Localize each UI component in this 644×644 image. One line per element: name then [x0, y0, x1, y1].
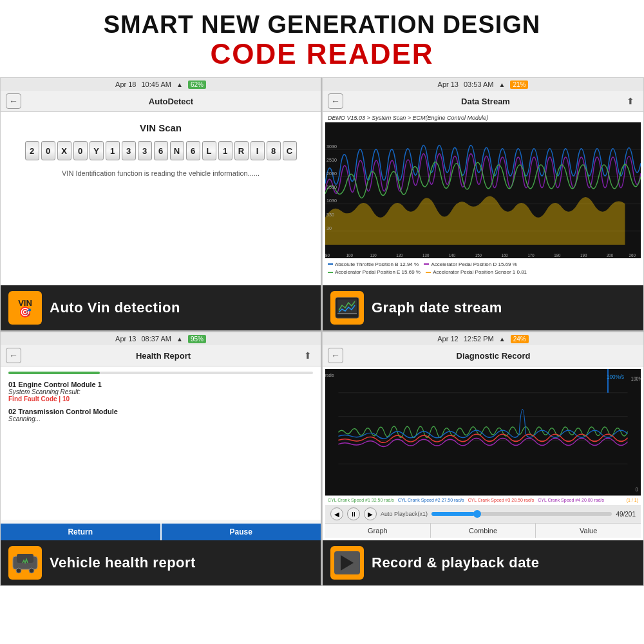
status-date-vin: Apr 18 [115, 80, 136, 88]
health-feature-text: Vehicle health report [50, 554, 196, 571]
diagnostic-chart: 100% 0 100%/s [325, 369, 641, 496]
panel-data-stream: Apr 13 03:53 AM ▲ 21% ← Data Stream ⬆ DE… [322, 77, 644, 332]
health-item-1-title: 01 Engine Control Module 1 [8, 381, 313, 388]
pause-button[interactable]: Pause [162, 524, 321, 540]
status-bar-diag: Apr 12 12:52 PM ▲ 24% [323, 332, 643, 345]
svg-text:260: 260 [629, 253, 636, 258]
vin-icon-text: VIN 🎯 [18, 299, 32, 317]
vin-char: 8 [267, 141, 281, 160]
health-item-2-title: 02 Transmission Control Module [8, 408, 313, 415]
battery-health: 95% [188, 335, 206, 343]
legend-item-4: Accelerator Pedal Position Sensor 1 0.81 [426, 269, 527, 276]
svg-text:120: 120 [396, 253, 403, 258]
status-time-ds: 03:53 AM [464, 80, 493, 88]
back-button-health[interactable]: ← [6, 348, 21, 363]
vin-char: 6 [154, 141, 168, 160]
vin-char: C [283, 141, 297, 160]
prev-button[interactable]: ◀ [330, 507, 343, 520]
svg-point-31 [29, 568, 34, 573]
back-button-diag[interactable]: ← [328, 348, 343, 363]
svg-text:140: 140 [449, 253, 456, 258]
diag-feature-text: Record & playback date [372, 554, 539, 571]
vin-scan-area: VIN Scan 20X0Y1336N6L1RI8C VIN Identific… [1, 112, 321, 187]
diag-panel-content: 100% 0 100%/s [323, 366, 643, 540]
health-feature-icon [8, 546, 42, 580]
svg-rect-32 [325, 369, 641, 496]
app-bar-vin: ← AutoDetect [1, 91, 321, 112]
back-button-vin[interactable]: ← [6, 93, 21, 109]
health-content-area: 01 Engine Control Module 1 System Scanni… [1, 366, 321, 520]
svg-text:190: 190 [580, 253, 587, 258]
back-button-ds[interactable]: ← [328, 93, 343, 109]
health-panel-content: 01 Engine Control Module 1 System Scanni… [1, 366, 321, 520]
vin-scan-title: VIN Scan [140, 122, 182, 133]
legend-item-2: Accelerator Pedal Position D 15.69 % [424, 261, 516, 268]
health-item-1-fault: Find Fault Code | 10 [8, 395, 313, 402]
battery-vin: 62% [188, 80, 206, 89]
svg-text:1530: 1530 [327, 184, 337, 190]
health-progress-fill [8, 372, 100, 374]
svg-point-30 [16, 568, 21, 573]
svg-text:0: 0 [636, 487, 639, 493]
tab-value[interactable]: Value [536, 524, 641, 538]
battery-diag: 24% [511, 335, 529, 343]
diag-pagination: (1 / 1) [627, 497, 638, 504]
svg-text:200: 200 [607, 253, 614, 258]
svg-text:30: 30 [327, 225, 332, 231]
diag-legend: CYL Crank Speed #1 32.50 rad/s CYL Crank… [325, 496, 641, 506]
next-button[interactable]: ▶ [364, 507, 377, 520]
playback-label: Auto Playback(x1) [381, 511, 428, 517]
svg-text:100%: 100% [631, 376, 641, 383]
health-progress-bar [8, 372, 313, 374]
status-date-ds: Apr 13 [438, 80, 459, 88]
svg-text:530: 530 [327, 212, 334, 218]
feature-bar-diag: Record & playback date [323, 540, 643, 585]
diag-legend-2: CYL Crank Speed #2 27.50 rad/s [398, 498, 464, 502]
diag-progress-bar[interactable] [431, 512, 612, 516]
car-health-icon [12, 551, 38, 574]
wifi-icon-diag: ▲ [499, 336, 506, 343]
health-item-1-sub: System Scanning Result: [8, 388, 313, 395]
diag-counter: 49/201 [616, 511, 636, 518]
play-icon [341, 555, 354, 571]
vin-char: 3 [122, 141, 136, 160]
vin-char: X [57, 141, 71, 160]
vin-char: 6 [186, 141, 200, 160]
legend-label-1: Absolute Throttle Position B 12.94 % [335, 261, 419, 268]
legend-label-2: Accelerator Pedal Position D 15.69 % [431, 261, 516, 268]
tab-combine[interactable]: Combine [431, 524, 536, 538]
ds-content-area: DEMO V15.03 > System Scan > ECM(Engine C… [323, 112, 643, 285]
status-time-diag: 12:52 PM [464, 335, 494, 343]
status-bar-health: Apr 13 08:37 AM ▲ 95% [1, 332, 321, 345]
diag-feature-icon [330, 546, 364, 580]
battery-ds: 21% [510, 80, 528, 89]
app-bar-ds: ← Data Stream ⬆ [323, 91, 643, 112]
status-date-health: Apr 13 [115, 335, 136, 343]
legend-label-4: Accelerator Pedal Position Sensor 1 0.81 [433, 269, 527, 276]
vin-char: 3 [138, 141, 152, 160]
svg-text:170: 170 [527, 253, 535, 258]
export-icon-health[interactable]: ⬆ [300, 348, 316, 363]
vin-char: R [234, 141, 249, 160]
vin-char: N [170, 141, 184, 160]
ds-feature-icon [330, 291, 364, 325]
app-title-ds: Data Stream [348, 97, 623, 106]
export-icon-ds[interactable]: ⬆ [623, 93, 638, 109]
health-action-bar: Return Pause [1, 524, 321, 540]
pause-button-diag[interactable]: ⏸ [347, 507, 360, 520]
vin-char: L [202, 141, 216, 160]
svg-text:2030: 2030 [327, 171, 337, 176]
vin-char: Y [90, 141, 104, 160]
tab-graph[interactable]: Graph [325, 524, 431, 538]
header: SMART NEW GENERATION DESIGN CODE READER [0, 0, 644, 77]
legend-item-3: Accelerator Pedal Position E 15.69 % [328, 269, 421, 276]
svg-text:80: 80 [325, 253, 330, 258]
vin-char: 0 [41, 141, 55, 160]
diag-chart-area: 100% 0 100%/s [325, 369, 641, 496]
diag-legend-3: CYL Crank Speed #3 28.50 rad/s [468, 498, 534, 502]
return-button[interactable]: Return [1, 524, 160, 540]
status-date-diag: Apr 12 [437, 335, 458, 343]
app-bar-diag: ← Diagnostic Record [323, 345, 643, 366]
status-time-vin: 10:45 AM [142, 80, 171, 88]
diag-progress-thumb [473, 510, 481, 518]
